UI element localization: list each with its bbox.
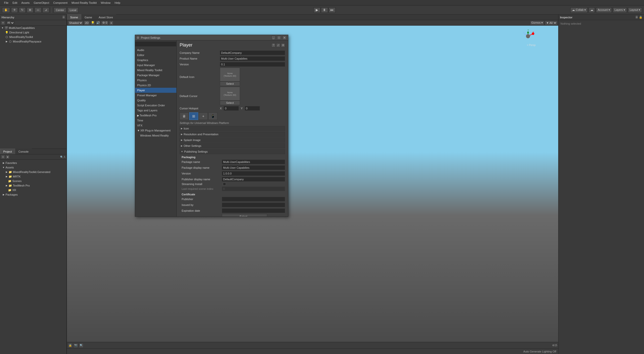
expiration-input[interactable] (222, 208, 285, 213)
settings-script-execution[interactable]: Script Execution Order (135, 103, 176, 108)
default-icon-select-btn[interactable]: Select (220, 81, 240, 86)
resolution-section[interactable]: ▶ Resolution and Presentation (180, 132, 285, 137)
hierarchy-filter[interactable]: All (6, 21, 15, 25)
settings-search[interactable] (135, 41, 176, 47)
project-menu-btn[interactable]: ▾ (6, 155, 10, 159)
menu-assets[interactable]: Assets (19, 0, 32, 5)
menu-mixed-reality[interactable]: Mixed Reality Toolkit (69, 0, 99, 5)
splash-section[interactable]: ▶ Splash Image (180, 138, 285, 143)
icon-section[interactable]: ▶ Icon (180, 126, 285, 131)
menu-file[interactable]: File (2, 0, 11, 5)
select-cert-btn[interactable]: Select... (222, 214, 267, 216)
hierarchy-mrplayspace[interactable]: ▶ ⬡ MixedRealityPlayspace (0, 39, 66, 44)
platform-tab-web[interactable]: 🖥 (180, 112, 189, 120)
transform-tool[interactable]: ⊿ (43, 7, 49, 13)
add-project-btn[interactable]: + (1, 155, 5, 159)
project-scenes[interactable]: 📁 Scenes (1, 179, 65, 183)
hierarchy-menu-btn[interactable]: ☰ (62, 16, 65, 19)
platform-tab-uwp[interactable]: ⊞ (189, 112, 198, 120)
audio-btn[interactable]: 🔊 (96, 21, 100, 25)
pause-btn[interactable]: ⏸ (321, 7, 328, 13)
package-display-input[interactable] (222, 165, 285, 170)
default-cursor-select-btn[interactable]: Select (220, 101, 240, 105)
settings-graphics[interactable]: Graphics (135, 58, 176, 63)
project-assets[interactable]: ▼ Assets (1, 165, 65, 170)
inspector-lock-btn[interactable]: 🔒 (639, 16, 642, 19)
project-xr[interactable]: 📁 XR (1, 188, 65, 192)
settings-preset-manager[interactable]: Preset Manager (135, 93, 176, 98)
effects-btn[interactable]: ⚙ 0 (101, 21, 108, 25)
hotspot-x-input[interactable] (224, 106, 239, 111)
scene-axis-gizmo[interactable]: X Y Z (520, 29, 536, 44)
settings-time[interactable]: Time (135, 118, 176, 123)
streaming-install-checkbox[interactable] (223, 183, 226, 186)
settings-editor[interactable]: Editor (135, 53, 176, 58)
move-tool[interactable]: ✛ (11, 7, 18, 13)
inspector-menu-btn[interactable]: ☰ (635, 16, 638, 19)
close-btn[interactable]: ✕ (283, 36, 287, 40)
settings-tags-layers[interactable]: Tags and Layers (135, 108, 176, 113)
settings-xr-plugin[interactable]: ▼ XR Plug-in Management (135, 128, 176, 133)
version-input[interactable] (220, 62, 285, 67)
menu-edit[interactable]: Edit (11, 0, 19, 5)
package-name-input[interactable] (222, 160, 285, 164)
play-btn[interactable]: ▶ (313, 7, 320, 13)
add-hierarchy-btn[interactable]: + (1, 21, 5, 25)
settings-textmesh[interactable]: ▶ TextMesh Pro (135, 113, 176, 118)
hierarchy-mrtk[interactable]: ⬡ MixedRealityToolkit (0, 35, 66, 39)
project-textmesh[interactable]: ▶ 📁 TextMesh Pro (1, 183, 65, 188)
tab-game[interactable]: Game (81, 14, 95, 20)
gizmos-btn[interactable]: Gizmos ▾ (530, 21, 544, 25)
settings-package-manager[interactable]: Package Manager (135, 73, 176, 78)
overlay-btn[interactable]: ≡ (109, 21, 113, 25)
project-mrtk-generated[interactable]: ▶ 📁 MixedRealityToolkit.Generated (1, 170, 65, 174)
cloud-btn[interactable]: ☁ (589, 7, 595, 13)
publisher-input[interactable] (222, 197, 285, 201)
settings-icon-btn[interactable]: ⚙ (281, 43, 285, 47)
tab-project[interactable]: Project (0, 149, 15, 154)
version2-input[interactable] (222, 171, 285, 176)
camera-btn[interactable]: 📷 (73, 343, 78, 348)
help-icon-btn[interactable]: ? (271, 43, 275, 47)
maximize-btn[interactable]: □ (277, 36, 281, 40)
menu-window[interactable]: Window (99, 0, 112, 5)
hierarchy-scene[interactable]: ▼ 🎬 MultiUserCapabilities (0, 26, 66, 30)
shading-dropdown[interactable]: Shaded (68, 21, 83, 25)
company-name-input[interactable] (220, 51, 285, 55)
settings-input-manager[interactable]: Input Manager (135, 63, 176, 68)
layers-dropdown[interactable]: Layers ▾ (613, 7, 627, 13)
menu-component[interactable]: Component (51, 0, 69, 5)
collab-btn[interactable]: ☁ Collab ▾ (570, 7, 588, 13)
hotspot-y-input[interactable] (245, 106, 260, 111)
rotate-tool[interactable]: ↻ (19, 7, 26, 13)
publisher-display-input[interactable] (222, 177, 285, 182)
lock-btn[interactable]: 🔒 (68, 343, 72, 348)
publishing-section-header[interactable]: ▼ Publishing Settings (180, 149, 285, 154)
settings-physics[interactable]: Physics (135, 78, 176, 83)
minimize-btn[interactable]: _ (271, 36, 275, 40)
hierarchy-directional-light[interactable]: 💡 Directional Light (0, 30, 66, 35)
hand-tool[interactable]: ✋ (2, 7, 10, 13)
project-filter-btn[interactable]: A (64, 156, 65, 158)
expand-icon-btn[interactable]: ⤢ (276, 43, 280, 47)
layout-dropdown[interactable]: Layout ▾ (628, 7, 642, 13)
menu-gameobject[interactable]: GameObject (32, 0, 51, 5)
settings-windows-mixed-reality[interactable]: Windows Mixed Reality (135, 133, 176, 138)
settings-audio[interactable]: Audio (135, 48, 176, 53)
light-btn[interactable]: 💡 (91, 21, 95, 25)
all-dropdown[interactable]: ▼ All (545, 21, 557, 25)
step-btn[interactable]: ⏭ (329, 7, 336, 13)
settings-mixed-reality[interactable]: Mixed Reality Toolkit (135, 68, 176, 73)
tab-asset-store[interactable]: Asset Store (95, 14, 116, 20)
settings-physics2d[interactable]: Physics 2D (135, 83, 176, 88)
product-name-input[interactable] (220, 56, 285, 61)
project-favorites[interactable]: ▶ Favorites (1, 161, 65, 165)
search-btn[interactable]: 🔍 (79, 343, 84, 348)
settings-player[interactable]: Player (135, 88, 176, 93)
settings-vfx[interactable]: VFX (135, 123, 176, 128)
project-mrtk[interactable]: ▶ 📁 MRTK (1, 174, 65, 179)
menu-help[interactable]: Help (113, 0, 123, 5)
rect-tool[interactable]: ▭ (34, 7, 42, 13)
platform-tab-plus[interactable]: + (199, 112, 208, 120)
center-btn[interactable]: Center (54, 7, 66, 13)
